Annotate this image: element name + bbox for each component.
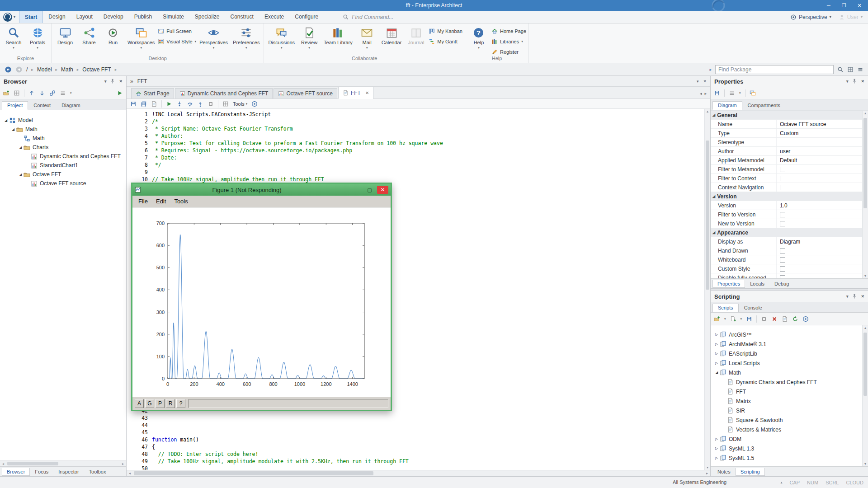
property-value-disable-fully-scoped[interactable]: [777, 273, 868, 278]
scripting-dock-tab-scripting[interactable]: Scripting: [736, 468, 765, 476]
tree-item-dynamic-charts-and-cephes-fft[interactable]: Dynamic Charts and Cephes FFT: [711, 377, 868, 387]
link-button[interactable]: [49, 90, 56, 96]
scroll-track[interactable]: [133, 470, 704, 476]
collapse-arrow-icon[interactable]: ▸: [709, 67, 712, 72]
chevron-down-icon[interactable]: ▾: [741, 317, 742, 321]
checkbox[interactable]: [780, 212, 785, 217]
ribbon-tab-design[interactable]: Design: [43, 11, 71, 23]
ribbon-tab-simulate[interactable]: Simulate: [157, 11, 189, 23]
grid-button[interactable]: [222, 101, 229, 107]
panel-menu-icon[interactable]: ▾: [846, 294, 849, 299]
expander-closed-icon[interactable]: ▷: [713, 437, 720, 441]
navigate-back-icon[interactable]: [5, 66, 12, 73]
tree-item-vectors-matrices[interactable]: Vectors & Matrices: [711, 425, 868, 434]
tree-item-odm[interactable]: ▷ODM: [711, 434, 868, 444]
scripting-tab-scripts[interactable]: Scripts: [712, 304, 739, 312]
editor-horizontal-scrollbar[interactable]: ◂ ▸: [127, 470, 710, 476]
grid-button[interactable]: [14, 90, 20, 96]
close-icon[interactable]: ✕: [861, 79, 864, 84]
figure-tool-r-button[interactable]: R: [166, 399, 175, 408]
floppy-button[interactable]: [746, 316, 752, 322]
property-value-new-to-version[interactable]: [777, 219, 868, 228]
scroll-thumb[interactable]: [134, 471, 373, 475]
tree-item-archimate-3-1[interactable]: ▷ArchiMate® 3.1: [711, 339, 868, 349]
browser-tab-context[interactable]: Context: [28, 101, 56, 110]
tree-item-math[interactable]: ◢Math: [711, 368, 868, 377]
scroll-track[interactable]: [6, 461, 120, 466]
property-value-applied-metamodel[interactable]: Default: [777, 156, 868, 164]
figure-close-button[interactable]: ✕: [377, 186, 388, 194]
browser-horizontal-scrollbar[interactable]: ◂ ▸: [0, 460, 126, 466]
dock-tab-inspector[interactable]: Inspector: [53, 468, 84, 476]
team-library-button[interactable]: Team Library: [322, 24, 354, 56]
chevron-down-icon[interactable]: ▾: [739, 91, 741, 95]
property-value-type[interactable]: Custom: [777, 129, 868, 137]
document-tab-start-page[interactable]: Start Page: [131, 88, 174, 99]
info-button[interactable]: [802, 316, 809, 322]
tab-close-icon[interactable]: ✕: [365, 90, 369, 95]
figure-titlebar[interactable]: Figure 1 (Not Responding) ─ ▢ ✕: [132, 184, 391, 196]
perspective-menu[interactable]: Perspective ▾: [790, 14, 831, 20]
properties-dock-tab-debug[interactable]: Debug: [769, 280, 794, 288]
properties-dock-tab-locals[interactable]: Locals: [745, 280, 769, 288]
app-logo-icon[interactable]: [3, 12, 13, 22]
checkbox[interactable]: [780, 185, 785, 190]
properties-vertical-scrollbar[interactable]: ▴▾: [862, 111, 868, 278]
newpage-button[interactable]: [730, 316, 736, 322]
figure-menu-edit[interactable]: Edit: [152, 197, 170, 206]
chevron-down-icon[interactable]: ▾: [724, 317, 726, 321]
figure-maximize-button[interactable]: ▢: [365, 186, 374, 194]
scroll-up-icon[interactable]: ▴: [705, 109, 710, 113]
stepout-button[interactable]: [197, 101, 203, 107]
design-button[interactable]: Design: [54, 24, 76, 56]
tree-item-octave-fft[interactable]: ◢Octave FFT: [0, 170, 126, 179]
expander-open-icon[interactable]: ◢: [17, 145, 24, 150]
ribbon-tab-develop[interactable]: Develop: [98, 11, 129, 23]
checkbox[interactable]: [780, 167, 785, 172]
figure-tool--button[interactable]: ?: [176, 399, 185, 408]
checkbox[interactable]: [780, 221, 785, 226]
property-group-version[interactable]: ◢Version: [711, 192, 868, 201]
expander-open-icon[interactable]: ◢: [713, 371, 720, 375]
help-button[interactable]: ?Help▾: [467, 24, 490, 56]
tree-item-eascriptlib[interactable]: ▷EAScriptLib: [711, 349, 868, 358]
tree-item-octave-fft-source[interactable]: Octave FFT source: [0, 179, 126, 188]
user-menu[interactable]: User ▾: [839, 14, 863, 20]
figure-tool-p-button[interactable]: P: [156, 399, 165, 408]
panel-menu-icon[interactable]: ▾: [846, 79, 849, 84]
ribbon-tab-layout[interactable]: Layout: [71, 11, 98, 23]
panel-menu-icon[interactable]: ▾: [104, 79, 107, 84]
hamburger-button[interactable]: [60, 90, 66, 96]
tab-scroll-right-icon[interactable]: ▸: [704, 91, 707, 96]
properties-tab-diagram[interactable]: Diagram: [712, 101, 742, 110]
tab-scroll-left-icon[interactable]: ◂: [700, 91, 702, 96]
share-button[interactable]: Share: [78, 24, 100, 56]
scroll-down-icon[interactable]: ▾: [705, 465, 710, 469]
dock-tab-focus[interactable]: Focus: [30, 468, 53, 476]
expander-open-icon[interactable]: ◢: [17, 173, 24, 177]
scroll-left-icon[interactable]: ◂: [127, 471, 133, 475]
newfolder-button[interactable]: [714, 316, 720, 322]
window-close-button[interactable]: ✕: [852, 0, 867, 11]
document-tab-octave-fft-source[interactable]: Octave FFT source: [274, 88, 337, 99]
my-gantt-button[interactable]: My Gantt: [429, 38, 462, 45]
property-value-stereotype[interactable]: [777, 138, 868, 146]
review-button[interactable]: Review▾: [298, 24, 321, 56]
property-value-filter-to-metamodel[interactable]: [777, 165, 868, 174]
ribbon-tab-execute[interactable]: Execute: [259, 11, 289, 23]
figure-tool-a-button[interactable]: A: [135, 399, 144, 408]
stop-button[interactable]: [208, 101, 214, 107]
scroll-thumb[interactable]: [706, 141, 709, 290]
play-button[interactable]: [166, 101, 172, 107]
find-package-input[interactable]: Find Package: [715, 65, 834, 74]
mail-button[interactable]: Mail▾: [356, 24, 378, 56]
layout-icon[interactable]: [847, 66, 854, 73]
page-button[interactable]: [782, 316, 788, 322]
properties-tab-compartments[interactable]: Compartments: [742, 101, 786, 110]
breadcrumb-item-model[interactable]: Model: [37, 66, 52, 73]
breadcrumb-item-math[interactable]: Math: [61, 66, 73, 73]
dock-tab-browser[interactable]: Browser: [2, 468, 30, 476]
refresh-button[interactable]: [792, 316, 798, 322]
tree-item-sysml-1-5[interactable]: ▷SysML 1.5: [711, 453, 868, 463]
tree-item-local-scripts[interactable]: ▷Local Scripts: [711, 358, 868, 368]
